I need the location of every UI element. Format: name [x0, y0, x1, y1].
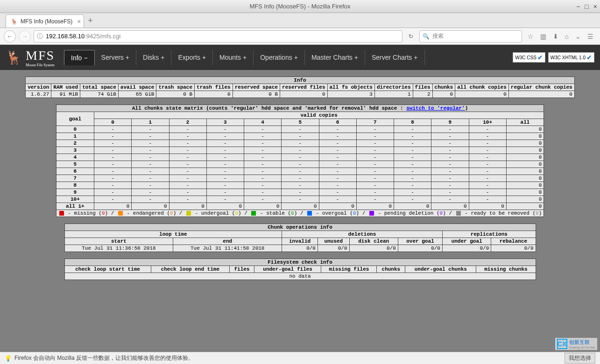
matrix-cell: -: [206, 140, 244, 147]
matrix-row-header: 2: [56, 140, 94, 147]
info-col-header: reserved space: [233, 84, 280, 91]
content-area: Info versionRAM usedtotal spaceavail spa…: [0, 70, 600, 352]
url-rest: :9425/mfs.cgi: [85, 33, 120, 40]
search-bar[interactable]: 🔍 搜索: [419, 30, 522, 42]
info-col-header: total space: [80, 84, 119, 91]
info-cell: 91 MiB: [51, 91, 80, 98]
matrix-cell: 0: [506, 161, 544, 168]
matrix-cell: -: [132, 126, 169, 133]
matrix-cell: -: [469, 168, 506, 175]
matrix-cell: -: [319, 161, 356, 168]
url-bar[interactable]: ⓘ 192.168.58.10:9425/mfs.cgi: [34, 30, 402, 42]
info-cell: 3: [327, 91, 374, 98]
chunk-ops-subheader: invalid: [282, 238, 318, 245]
matrix-cell: 0: [506, 203, 544, 210]
reload-button[interactable]: ↻: [405, 33, 416, 40]
matrix-cell: 0: [506, 196, 544, 203]
matrix-cell: -: [431, 168, 469, 175]
fs-check-header: under-goal chunks: [405, 266, 476, 273]
maximize-icon[interactable]: □: [585, 3, 588, 10]
matrix-cell: -: [394, 133, 431, 140]
matrix-col-header: 0: [94, 119, 132, 126]
matrix-cell: -: [132, 175, 169, 182]
matrix-cell: -: [132, 189, 169, 196]
fs-check-header: under-goal files: [254, 266, 321, 273]
matrix-row-header: 0: [56, 126, 94, 133]
matrix-row-header: 5: [56, 161, 94, 168]
nav-tab-disks[interactable]: Disks+: [136, 50, 171, 65]
matrix-cell: 0: [206, 203, 244, 210]
matrix-col-header: 7: [356, 119, 394, 126]
w3c-css-badge[interactable]: W3C CSS✔: [513, 52, 545, 63]
forward-button[interactable]: →: [19, 30, 31, 42]
info-col-header: all chunk copies: [455, 84, 509, 91]
matrix-cell: -: [282, 189, 319, 196]
matrix-cell: -: [282, 140, 319, 147]
matrix-cell: -: [94, 140, 132, 147]
nav-tab-exports[interactable]: Exports+: [171, 50, 213, 65]
switch-regular-link[interactable]: switch to 'regular': [406, 105, 465, 111]
matrix-col-header: 2: [169, 119, 206, 126]
info-col-header: RAM used: [51, 84, 80, 91]
matrix-row-header: 4: [56, 154, 94, 161]
library-icon[interactable]: ▥: [540, 33, 546, 40]
star-icon[interactable]: ☆: [528, 33, 534, 40]
window-titlebar: MFS Info (MooseFS) - Mozilla Firefox − □…: [0, 0, 600, 13]
matrix-col-header: 5: [282, 119, 319, 126]
matrix-cell: -: [244, 196, 282, 203]
home-icon[interactable]: ⌂: [565, 33, 569, 40]
matrix-row-header: all 1+: [56, 203, 94, 210]
matrix-cell: 0: [394, 203, 431, 210]
close-window-icon[interactable]: ×: [593, 3, 597, 10]
matrix-cell: -: [469, 154, 506, 161]
matrix-legend: - missing (0) / - endangered (0) / - und…: [56, 210, 544, 217]
fs-check-header: check loop end time: [151, 266, 230, 273]
footer-choose-button[interactable]: 我想选择: [565, 353, 595, 364]
matrix-cell: -: [319, 140, 356, 147]
info-cell: 1.6.27: [26, 91, 51, 98]
matrix-cell: 0: [506, 168, 544, 175]
nav-tab-operations[interactable]: Operations+: [254, 50, 305, 65]
matrix-cell: -: [356, 168, 394, 175]
browser-tab[interactable]: 🦌 MFS Info (MooseFS) ×: [6, 14, 84, 28]
bulb-icon: 💡: [5, 355, 12, 362]
matrix-cell: -: [394, 182, 431, 189]
nav-tab-mounts[interactable]: Mounts+: [213, 50, 254, 65]
matrix-cell: -: [431, 140, 469, 147]
chunk-ops-subheader: disk clean: [349, 238, 398, 245]
browser-toolbar: ← → ⓘ 192.168.58.10:9425/mfs.cgi ↻ 🔍 搜索 …: [0, 28, 600, 45]
chunk-ops-subheader: under goal: [442, 238, 491, 245]
minimize-icon[interactable]: −: [576, 3, 580, 10]
download-icon[interactable]: ⬇: [553, 33, 558, 40]
matrix-cell: -: [169, 126, 206, 133]
nav-tab-master-charts[interactable]: Master Charts+: [305, 50, 365, 65]
matrix-cell: -: [169, 140, 206, 147]
matrix-cell: -: [206, 126, 244, 133]
nav-tab-info[interactable]: Info−: [64, 50, 95, 65]
matrix-cell: 0: [506, 175, 544, 182]
matrix-cell: -: [244, 133, 282, 140]
matrix-col-header: all: [506, 119, 544, 126]
fs-check-header: check loop start time: [64, 266, 151, 273]
footer-text: Firefox 会自动向 Mozilla 反馈一些数据，让我们能够改善您的使用体…: [14, 354, 194, 362]
close-tab-icon[interactable]: ×: [77, 18, 81, 25]
matrix-cell: -: [244, 140, 282, 147]
info-col-header: chunks: [432, 84, 455, 91]
matrix-cell: -: [431, 196, 469, 203]
nav-tab-server-charts[interactable]: Server Charts+: [365, 50, 425, 65]
back-button[interactable]: ←: [4, 30, 16, 42]
nav-tab-servers[interactable]: Servers+: [95, 50, 136, 65]
matrix-cell: 0: [506, 147, 544, 154]
matrix-cell: -: [94, 196, 132, 203]
matrix-cell: -: [132, 196, 169, 203]
matrix-cell: -: [431, 182, 469, 189]
matrix-cell: -: [469, 147, 506, 154]
matrix-cell: -: [132, 140, 169, 147]
w3c-xhtml-badge[interactable]: W3C XHTML 1.0✔: [548, 52, 594, 63]
menu-icon[interactable]: ☰: [587, 33, 593, 40]
pocket-icon[interactable]: ⌄: [575, 33, 581, 40]
new-tab-button[interactable]: +: [88, 16, 93, 28]
search-placeholder: 搜索: [432, 32, 444, 40]
matrix-cell: -: [169, 161, 206, 168]
matrix-cell: -: [431, 175, 469, 182]
